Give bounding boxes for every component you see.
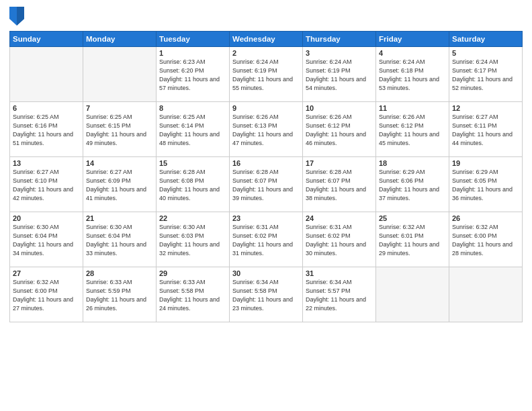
day-cell: 30Sunrise: 6:34 AM Sunset: 5:58 PM Dayli… <box>230 267 303 322</box>
day-number: 22 <box>159 214 226 222</box>
day-info: Sunrise: 6:29 AM Sunset: 6:06 PM Dayligh… <box>379 168 446 203</box>
day-info: Sunrise: 6:27 AM Sunset: 6:09 PM Dayligh… <box>86 168 153 203</box>
weekday-saturday: Saturday <box>449 32 523 47</box>
day-number: 14 <box>86 159 153 167</box>
day-info: Sunrise: 6:30 AM Sunset: 6:04 PM Dayligh… <box>86 223 153 258</box>
day-cell: 26Sunrise: 6:32 AM Sunset: 6:00 PM Dayli… <box>449 212 523 267</box>
day-number: 30 <box>232 269 300 277</box>
day-number: 10 <box>306 104 373 112</box>
day-info: Sunrise: 6:25 AM Sunset: 6:16 PM Dayligh… <box>13 113 80 148</box>
day-cell <box>10 47 83 102</box>
header <box>9 7 523 26</box>
day-cell: 10Sunrise: 6:26 AM Sunset: 6:12 PM Dayli… <box>303 102 376 157</box>
day-cell: 24Sunrise: 6:31 AM Sunset: 6:02 PM Dayli… <box>303 212 376 267</box>
day-number: 21 <box>86 214 153 222</box>
day-cell: 7Sunrise: 6:25 AM Sunset: 6:15 PM Daylig… <box>83 102 157 157</box>
day-info: Sunrise: 6:30 AM Sunset: 6:03 PM Dayligh… <box>159 223 226 258</box>
day-info: Sunrise: 6:28 AM Sunset: 6:07 PM Dayligh… <box>232 168 300 203</box>
day-info: Sunrise: 6:34 AM Sunset: 5:58 PM Dayligh… <box>232 278 300 313</box>
day-number: 29 <box>159 269 226 277</box>
day-number: 18 <box>379 159 446 167</box>
day-number: 7 <box>86 104 153 112</box>
day-info: Sunrise: 6:24 AM Sunset: 6:19 PM Dayligh… <box>306 58 373 93</box>
day-info: Sunrise: 6:24 AM Sunset: 6:17 PM Dayligh… <box>452 58 519 93</box>
day-info: Sunrise: 6:29 AM Sunset: 6:05 PM Dayligh… <box>452 168 519 203</box>
day-info: Sunrise: 6:33 AM Sunset: 5:59 PM Dayligh… <box>86 278 153 313</box>
day-cell: 17Sunrise: 6:28 AM Sunset: 6:07 PM Dayli… <box>303 157 376 212</box>
day-cell: 15Sunrise: 6:28 AM Sunset: 6:08 PM Dayli… <box>157 157 230 212</box>
day-number: 20 <box>13 214 80 222</box>
day-cell: 5Sunrise: 6:24 AM Sunset: 6:17 PM Daylig… <box>449 47 523 102</box>
day-cell: 13Sunrise: 6:27 AM Sunset: 6:10 PM Dayli… <box>10 157 83 212</box>
day-cell: 31Sunrise: 6:34 AM Sunset: 5:57 PM Dayli… <box>303 267 376 322</box>
day-info: Sunrise: 6:28 AM Sunset: 6:07 PM Dayligh… <box>306 168 373 203</box>
day-number: 6 <box>13 104 80 112</box>
day-cell: 4Sunrise: 6:24 AM Sunset: 6:18 PM Daylig… <box>376 47 449 102</box>
week-row-3: 20Sunrise: 6:30 AM Sunset: 6:04 PM Dayli… <box>10 212 523 267</box>
day-info: Sunrise: 6:24 AM Sunset: 6:19 PM Dayligh… <box>232 58 300 93</box>
day-number: 1 <box>159 49 226 57</box>
day-cell: 22Sunrise: 6:30 AM Sunset: 6:03 PM Dayli… <box>157 212 230 267</box>
logo <box>9 7 26 26</box>
day-number: 3 <box>306 49 373 57</box>
day-number: 25 <box>379 214 446 222</box>
day-cell: 28Sunrise: 6:33 AM Sunset: 5:59 PM Dayli… <box>83 267 157 322</box>
logo-icon <box>9 7 24 26</box>
day-cell <box>376 267 449 322</box>
day-number: 9 <box>232 104 300 112</box>
day-number: 17 <box>306 159 373 167</box>
day-cell: 18Sunrise: 6:29 AM Sunset: 6:06 PM Dayli… <box>376 157 449 212</box>
day-info: Sunrise: 6:30 AM Sunset: 6:04 PM Dayligh… <box>13 223 80 258</box>
day-cell: 20Sunrise: 6:30 AM Sunset: 6:04 PM Dayli… <box>10 212 83 267</box>
day-cell: 6Sunrise: 6:25 AM Sunset: 6:16 PM Daylig… <box>10 102 83 157</box>
weekday-monday: Monday <box>83 32 157 47</box>
day-cell <box>449 267 523 322</box>
day-info: Sunrise: 6:27 AM Sunset: 6:11 PM Dayligh… <box>452 113 519 148</box>
day-number: 31 <box>306 269 373 277</box>
week-row-4: 27Sunrise: 6:32 AM Sunset: 6:00 PM Dayli… <box>10 267 523 322</box>
day-info: Sunrise: 6:32 AM Sunset: 6:00 PM Dayligh… <box>452 223 519 258</box>
day-info: Sunrise: 6:33 AM Sunset: 5:58 PM Dayligh… <box>159 278 226 313</box>
weekday-tuesday: Tuesday <box>157 32 230 47</box>
day-info: Sunrise: 6:26 AM Sunset: 6:12 PM Dayligh… <box>306 113 373 148</box>
day-cell: 21Sunrise: 6:30 AM Sunset: 6:04 PM Dayli… <box>83 212 157 267</box>
calendar: SundayMondayTuesdayWednesdayThursdayFrid… <box>9 31 523 322</box>
day-number: 13 <box>13 159 80 167</box>
day-number: 15 <box>159 159 226 167</box>
weekday-friday: Friday <box>376 32 449 47</box>
day-cell: 14Sunrise: 6:27 AM Sunset: 6:09 PM Dayli… <box>83 157 157 212</box>
day-cell <box>83 47 157 102</box>
day-cell: 23Sunrise: 6:31 AM Sunset: 6:02 PM Dayli… <box>230 212 303 267</box>
day-info: Sunrise: 6:26 AM Sunset: 6:12 PM Dayligh… <box>379 113 446 148</box>
weekday-header-row: SundayMondayTuesdayWednesdayThursdayFrid… <box>10 32 523 47</box>
weekday-wednesday: Wednesday <box>230 32 303 47</box>
day-info: Sunrise: 6:23 AM Sunset: 6:20 PM Dayligh… <box>159 58 226 93</box>
day-cell: 16Sunrise: 6:28 AM Sunset: 6:07 PM Dayli… <box>230 157 303 212</box>
day-cell: 29Sunrise: 6:33 AM Sunset: 5:58 PM Dayli… <box>157 267 230 322</box>
day-cell: 19Sunrise: 6:29 AM Sunset: 6:05 PM Dayli… <box>449 157 523 212</box>
day-info: Sunrise: 6:27 AM Sunset: 6:10 PM Dayligh… <box>13 168 80 203</box>
day-info: Sunrise: 6:24 AM Sunset: 6:18 PM Dayligh… <box>379 58 446 93</box>
weekday-sunday: Sunday <box>10 32 83 47</box>
day-info: Sunrise: 6:31 AM Sunset: 6:02 PM Dayligh… <box>232 223 300 258</box>
day-info: Sunrise: 6:32 AM Sunset: 6:01 PM Dayligh… <box>379 223 446 258</box>
day-info: Sunrise: 6:28 AM Sunset: 6:08 PM Dayligh… <box>159 168 226 203</box>
day-info: Sunrise: 6:25 AM Sunset: 6:14 PM Dayligh… <box>159 113 226 148</box>
day-cell: 25Sunrise: 6:32 AM Sunset: 6:01 PM Dayli… <box>376 212 449 267</box>
weekday-thursday: Thursday <box>303 32 376 47</box>
day-number: 11 <box>379 104 446 112</box>
svg-marker-1 <box>17 7 24 26</box>
day-cell: 11Sunrise: 6:26 AM Sunset: 6:12 PM Dayli… <box>376 102 449 157</box>
day-info: Sunrise: 6:34 AM Sunset: 5:57 PM Dayligh… <box>306 278 373 313</box>
day-cell: 3Sunrise: 6:24 AM Sunset: 6:19 PM Daylig… <box>303 47 376 102</box>
week-row-0: 1Sunrise: 6:23 AM Sunset: 6:20 PM Daylig… <box>10 47 523 102</box>
day-number: 19 <box>452 159 519 167</box>
day-number: 24 <box>306 214 373 222</box>
day-number: 4 <box>379 49 446 57</box>
day-number: 5 <box>452 49 519 57</box>
day-info: Sunrise: 6:32 AM Sunset: 6:00 PM Dayligh… <box>13 278 80 313</box>
day-cell: 8Sunrise: 6:25 AM Sunset: 6:14 PM Daylig… <box>157 102 230 157</box>
day-number: 8 <box>159 104 226 112</box>
week-row-2: 13Sunrise: 6:27 AM Sunset: 6:10 PM Dayli… <box>10 157 523 212</box>
day-cell: 27Sunrise: 6:32 AM Sunset: 6:00 PM Dayli… <box>10 267 83 322</box>
